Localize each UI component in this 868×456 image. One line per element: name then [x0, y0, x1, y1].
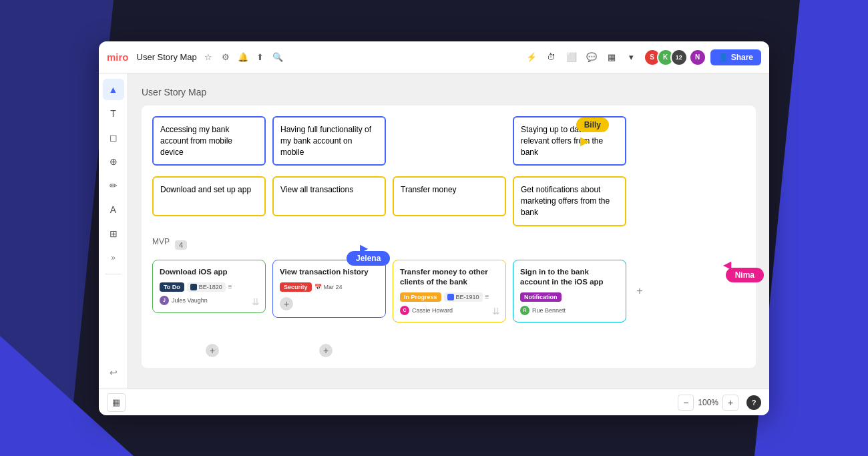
task-card-title: Sign in to the bank account in the iOS a… — [520, 267, 619, 287]
undo-icon[interactable]: ↩ — [103, 362, 124, 383]
date-ref: 📅 Mar 24 — [314, 284, 343, 290]
jelena-cursor: ▶ Jelena — [347, 251, 390, 266]
mvp-row: MVP 4 — [152, 237, 745, 253]
mvp-count-badge: 4 — [175, 240, 187, 250]
lightning-icon[interactable]: ⚡ — [523, 49, 539, 65]
miro-logo: miro — [107, 51, 129, 63]
app-window: miro User Story Map ☆ ⚙ 🔔 ⬆ 🔍 ⚡ ⏱ ⬜ 💬 ▦ … — [99, 41, 769, 415]
sidebar: ▲ T ◻ ⊕ ✏ A ⊞ » ↩ — [99, 73, 128, 389]
comment-icon[interactable]: 💬 — [584, 49, 600, 65]
assignee-avatar: J — [160, 296, 169, 305]
upload-icon[interactable]: ⬆ — [254, 51, 266, 63]
bottom-bar: ▦ − 100% + ? — [99, 389, 769, 415]
task-assignee: R Rue Bennett — [520, 306, 619, 315]
story-card-offers: Staying up to date with relevant offers … — [513, 116, 626, 166]
nima-label: Nima — [726, 268, 764, 282]
zoom-level: 100% — [698, 398, 718, 407]
bg-decoration-right — [754, 0, 868, 456]
nima-arrow-icon: ◀ — [723, 258, 731, 271]
more-tools[interactable]: » — [103, 247, 124, 268]
mvp-label: MVP — [152, 237, 170, 246]
document-title: User Story Map — [137, 52, 197, 62]
billy-cursor: Billy ▶ — [576, 118, 609, 148]
task-assignee: C Cassie Howard — [400, 306, 499, 315]
billy-arrow-icon: ▶ — [580, 134, 609, 148]
avatar: N — [689, 49, 706, 66]
cursor-tool[interactable]: ▲ — [103, 79, 124, 100]
add-card-button-1[interactable]: + — [206, 344, 219, 357]
task-card-download-ios: Download iOS app To Do BE-1820 ≡ J Jules… — [152, 260, 266, 313]
calendar-icon: 📅 — [314, 284, 322, 290]
todo-badge: To Do — [160, 282, 184, 292]
expand-icon[interactable]: ≡ — [485, 293, 489, 300]
billy-label: Billy — [576, 118, 609, 132]
content-area: ▲ T ◻ ⊕ ✏ A ⊞ » ↩ User Story Map Billy ▶ — [99, 73, 769, 389]
ticket-icon — [447, 294, 454, 300]
task-notifications: Get notifications about marketing offers… — [513, 176, 626, 226]
task-transfer-money: Transfer money — [393, 176, 506, 216]
frame-icon[interactable]: ⬜ — [564, 49, 580, 65]
avatar-group: S K 12 N — [644, 49, 706, 66]
task-badges: Security 📅 Mar 24 — [280, 282, 379, 292]
board-view-button[interactable]: ▦ — [107, 393, 126, 412]
notification-badge: Notification — [520, 292, 562, 302]
expand-icon[interactable]: ≡ — [228, 283, 232, 290]
sticky-tool[interactable]: ◻ — [103, 127, 124, 148]
text-tool[interactable]: T — [103, 103, 124, 124]
task-badges: To Do BE-1820 ≡ — [160, 282, 258, 292]
add-task-button[interactable]: + — [280, 297, 293, 310]
task-card-view-history: View transaction history Security 📅 Mar … — [272, 260, 386, 318]
canvas-title: User Story Map — [142, 87, 756, 97]
frame-tool[interactable]: ⊞ — [103, 223, 124, 244]
share-button[interactable]: 👤 Share — [710, 49, 761, 65]
timer-icon[interactable]: ⏱ — [544, 49, 560, 65]
task-view-transactions: View all transactions — [272, 176, 386, 216]
ticket-icon — [190, 284, 197, 290]
settings-icon[interactable]: ⚙ — [220, 51, 232, 63]
task-cards-row: Download iOS app To Do BE-1820 ≡ J Jules… — [152, 260, 745, 322]
task-card-signin: Sign in to the bank account in the iOS a… — [513, 260, 626, 322]
task-badges: Notification — [520, 292, 619, 302]
story-card-full-functionality: Having full functionality of my bank acc… — [272, 116, 386, 166]
flag-icon: ⇊ — [492, 306, 500, 316]
bottom-add-row: + + — [152, 341, 745, 357]
avatar-count: 12 — [670, 49, 688, 66]
add-column-button[interactable]: + — [633, 284, 646, 298]
grid-icon[interactable]: ▦ — [604, 49, 620, 65]
shape-tool[interactable]: ⊕ — [103, 151, 124, 172]
tasks-row: Download and set up app View all transac… — [152, 176, 745, 226]
flag-icon: ⇊ — [252, 296, 260, 307]
nima-cursor: ◀ Nima — [726, 268, 764, 282]
zoom-out-button[interactable]: − — [678, 395, 694, 411]
pen-tool[interactable]: ✏ — [103, 175, 124, 196]
star-icon[interactable]: ☆ — [202, 51, 214, 63]
stories-row: Accessing my bank account from mobile de… — [152, 116, 745, 166]
assignee-avatar: C — [400, 306, 409, 315]
add-card-button-3[interactable]: + — [319, 344, 333, 357]
notifications-icon[interactable]: 🔔 — [237, 51, 249, 63]
zoom-controls: − 100% + ? — [678, 395, 761, 411]
board: Billy ▶ Accessing my bank account from m… — [142, 105, 756, 368]
toolbar-right: ⚡ ⏱ ⬜ 💬 ▦ ▾ S K 12 N 👤 Share — [523, 49, 761, 66]
task-assignee: J Jules Vaughn — [160, 296, 258, 305]
task-card-transfer: Transfer money to other clients of the b… — [393, 260, 506, 322]
task-card-title: View transaction history — [280, 267, 379, 277]
story-card-mobile-access: Accessing my bank account from mobile de… — [152, 116, 266, 166]
task-card-title: Transfer money to other clients of the b… — [400, 267, 499, 287]
chevron-down-icon[interactable]: ▾ — [624, 49, 640, 65]
share-icon: 👤 — [718, 53, 728, 62]
task-download-app: Download and set up app — [152, 176, 266, 216]
in-progress-badge: In Progress — [400, 292, 441, 302]
jelena-label: Jelena — [347, 251, 390, 266]
ticket-ref: BE-1820 — [187, 282, 226, 292]
help-button[interactable]: ? — [746, 395, 761, 410]
font-tool[interactable]: A — [103, 199, 124, 220]
task-badges: In Progress BE-1910 ≡ — [400, 292, 499, 302]
canvas[interactable]: User Story Map Billy ▶ Accessing my bank… — [128, 73, 769, 389]
sidebar-divider — [105, 274, 122, 274]
ticket-ref: BE-1910 — [444, 292, 483, 302]
search-icon[interactable]: 🔍 — [272, 51, 284, 63]
assignee-avatar: R — [520, 306, 529, 315]
zoom-in-button[interactable]: + — [722, 395, 738, 411]
toolbar: miro User Story Map ☆ ⚙ 🔔 ⬆ 🔍 ⚡ ⏱ ⬜ 💬 ▦ … — [99, 41, 769, 73]
